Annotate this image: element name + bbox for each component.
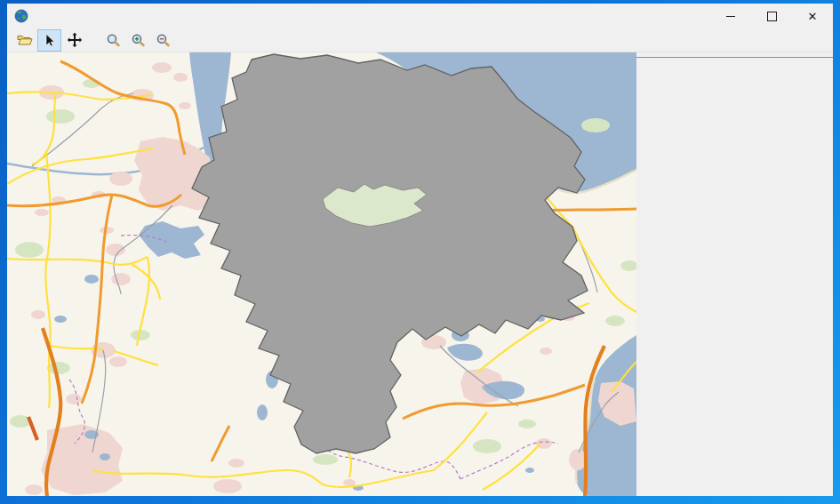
titlebar: ✕ [7,4,833,28]
map-labels-layer [7,52,636,496]
map-canvas[interactable] [7,52,636,496]
minimize-button[interactable] [710,4,751,28]
select-tool-button[interactable] [37,29,61,52]
zoom-in-button[interactable] [126,29,150,52]
pan-tool-button[interactable] [62,29,86,52]
select-cursor-icon [42,33,57,48]
open-folder-icon [17,33,33,47]
main-content [7,52,833,496]
close-button[interactable]: ✕ [792,4,833,28]
minimize-icon [726,16,735,17]
maximize-icon [767,12,777,21]
zoom-in-icon [131,33,146,48]
zoom-out-button[interactable] [151,29,175,52]
maximize-button[interactable] [751,4,792,28]
pan-arrows-icon [67,32,83,48]
window-frame: ✕ [0,0,840,504]
zoom-window-icon [106,33,121,48]
zoom-window-button[interactable] [101,29,125,52]
layer-panel [636,57,833,496]
globe-app-icon [14,9,28,23]
toolbar [7,28,833,52]
zoom-out-icon [156,33,171,48]
close-icon: ✕ [808,11,818,22]
app-window: ✕ [7,4,833,496]
open-file-button[interactable] [12,29,36,52]
